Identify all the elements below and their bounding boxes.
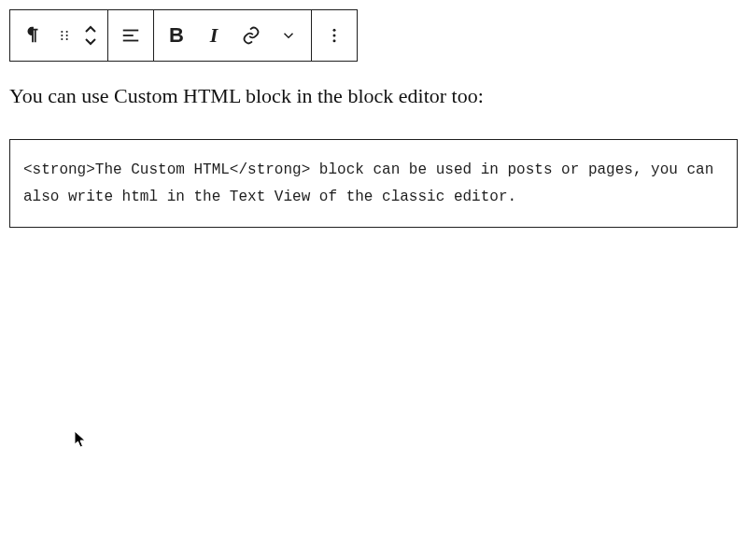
- italic-button[interactable]: I: [195, 10, 233, 61]
- custom-html-block[interactable]: <strong>The Custom HTML</strong> block c…: [9, 139, 738, 229]
- align-left-icon: [120, 25, 141, 46]
- svg-point-4: [66, 35, 68, 36]
- more-options-button[interactable]: [316, 10, 353, 61]
- svg-point-3: [66, 31, 68, 33]
- block-type-button[interactable]: [14, 10, 51, 61]
- bold-icon: B: [169, 23, 184, 48]
- chevron-updown-icon: [83, 25, 98, 46]
- paragraph-icon: [22, 25, 43, 46]
- drag-handle-button[interactable]: [51, 10, 78, 61]
- svg-point-0: [61, 31, 63, 33]
- svg-point-10: [333, 35, 336, 37]
- drag-icon: [57, 28, 72, 43]
- toolbar-group-block: [10, 10, 108, 61]
- toolbar-group-align: [108, 10, 154, 61]
- svg-point-9: [333, 29, 336, 32]
- more-format-button[interactable]: [270, 10, 307, 61]
- svg-point-2: [61, 38, 63, 40]
- chevron-down-icon: [280, 27, 297, 44]
- toolbar-group-format: B I: [154, 10, 312, 61]
- link-icon: [241, 25, 261, 46]
- svg-point-1: [61, 35, 63, 36]
- more-vertical-icon: [325, 26, 344, 45]
- italic-icon: I: [210, 23, 218, 48]
- link-button[interactable]: [233, 10, 270, 61]
- toolbar-group-more: [312, 10, 357, 61]
- block-toolbar: B I: [9, 9, 358, 62]
- align-button[interactable]: [112, 10, 149, 61]
- mouse-cursor: [74, 430, 89, 453]
- move-updown-button[interactable]: [78, 10, 104, 61]
- bold-button[interactable]: B: [158, 10, 195, 61]
- svg-point-5: [66, 38, 68, 40]
- paragraph-block[interactable]: You can use Custom HTML block in the blo…: [9, 82, 738, 111]
- svg-point-11: [333, 39, 336, 42]
